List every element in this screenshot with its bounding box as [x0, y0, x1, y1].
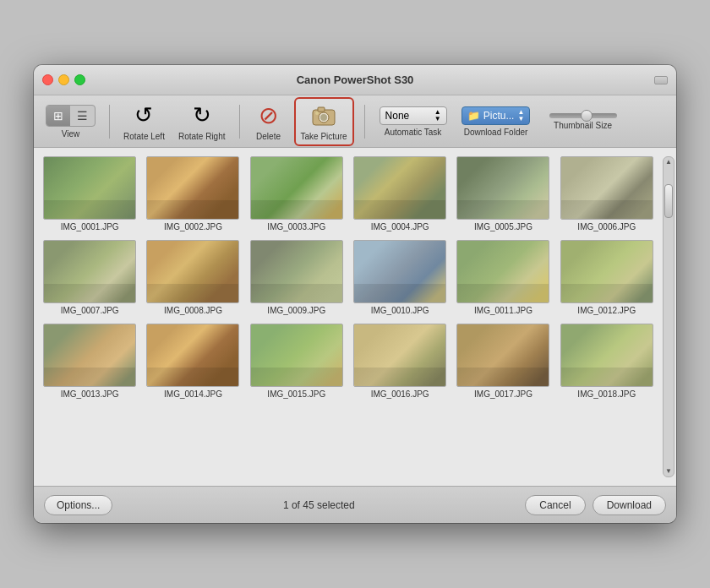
- rotate-right-button[interactable]: ↻ Rotate Right: [175, 101, 229, 143]
- scroll-thumb[interactable]: [664, 184, 673, 218]
- thumbnail-label: IMG_0009.JPG: [267, 306, 325, 315]
- list-item[interactable]: IMG_0001.JPG: [42, 156, 137, 231]
- thumbnail-label: IMG_0005.JPG: [474, 222, 532, 231]
- thumbnail-image: [250, 156, 343, 220]
- options-button[interactable]: Options...: [44, 495, 112, 515]
- list-item[interactable]: IMG_0008.JPG: [145, 240, 240, 315]
- list-item[interactable]: IMG_0015.JPG: [249, 324, 344, 399]
- svg-point-2: [320, 114, 327, 121]
- thumbnail-image: [456, 156, 549, 220]
- view-toggle[interactable]: ⊞ ☰: [46, 105, 96, 127]
- thumbnail-image: [250, 324, 343, 387]
- thumbnail-label: IMG_0013.JPG: [61, 389, 119, 399]
- camera-icon: [310, 102, 337, 129]
- scroll-up-arrow[interactable]: ▲: [664, 157, 674, 167]
- content-area: IMG_0001.JPGIMG_0002.JPGIMG_0003.JPGIMG_…: [34, 148, 676, 486]
- thumbnail-label: IMG_0010.JPG: [371, 306, 429, 315]
- thumbnail-label: IMG_0018.JPG: [577, 389, 636, 399]
- cancel-button[interactable]: Cancel: [525, 495, 585, 515]
- list-item[interactable]: IMG_0005.JPG: [456, 156, 550, 231]
- automatic-task-group: None ▲▼ Automatic Task: [375, 105, 451, 139]
- separator-2: [239, 105, 240, 139]
- automatic-task-label: Automatic Task: [385, 128, 442, 137]
- thumbnail-image: [353, 156, 446, 220]
- take-picture-button[interactable]: Take Picture: [298, 101, 351, 143]
- rotate-left-label: Rotate Left: [123, 132, 165, 141]
- list-item[interactable]: IMG_0018.JPG: [560, 324, 654, 399]
- traffic-lights: [42, 74, 85, 85]
- list-item[interactable]: IMG_0012.JPG: [560, 240, 654, 315]
- rotate-left-icon: ↺: [130, 102, 157, 129]
- thumbnail-image: [456, 324, 549, 387]
- statusbar: Options... 1 of 45 selected Cancel Downl…: [34, 486, 676, 523]
- thumbnail-label: IMG_0016.JPG: [371, 389, 429, 399]
- separator-3: [364, 105, 365, 139]
- list-item[interactable]: IMG_0002.JPG: [145, 156, 240, 231]
- thumbnail-image: [146, 324, 239, 387]
- list-item[interactable]: IMG_0011.JPG: [456, 240, 550, 315]
- folder-icon: 📁: [467, 110, 480, 122]
- thumbnail-size-label: Thumbnail Size: [554, 121, 612, 130]
- download-folder-select[interactable]: 📁 Pictu... ▲▼: [462, 106, 531, 125]
- rotate-left-button[interactable]: ↺ Rotate Left: [120, 101, 168, 143]
- thumbnail-label: IMG_0004.JPG: [371, 222, 429, 231]
- list-item[interactable]: IMG_0014.JPG: [145, 324, 240, 399]
- thumbnail-size-group: Thumbnail Size: [541, 112, 625, 132]
- folder-arrows-icon: ▲▼: [517, 109, 524, 122]
- delete-label: Delete: [256, 132, 281, 141]
- resize-handle[interactable]: [654, 76, 668, 84]
- automatic-task-select[interactable]: None ▲▼: [380, 106, 447, 125]
- minimize-button[interactable]: [58, 74, 69, 85]
- thumbnail-image: [43, 240, 136, 303]
- selection-status: 1 of 45 selected: [112, 499, 525, 511]
- list-item[interactable]: IMG_0013.JPG: [42, 324, 137, 399]
- delete-icon: ⊘: [255, 102, 282, 129]
- list-item[interactable]: IMG_0004.JPG: [352, 156, 447, 231]
- maximize-button[interactable]: [74, 74, 85, 85]
- download-folder-label: Download Folder: [464, 128, 528, 137]
- thumbnail-label: IMG_0003.JPG: [267, 222, 325, 231]
- list-item[interactable]: IMG_0003.JPG: [249, 156, 344, 231]
- thumbnail-size-slider[interactable]: [549, 113, 617, 118]
- download-button[interactable]: Download: [593, 495, 666, 515]
- grid-view-button[interactable]: ⊞: [46, 106, 70, 126]
- slider-track[interactable]: [549, 113, 617, 118]
- download-folder-group: 📁 Pictu... ▲▼ Download Folder: [458, 105, 534, 139]
- list-item[interactable]: IMG_0006.JPG: [560, 156, 654, 231]
- list-view-button[interactable]: ☰: [70, 106, 95, 126]
- automatic-task-value: None: [385, 110, 410, 122]
- thumbnail-image: [560, 240, 653, 303]
- thumbnail-image: [560, 324, 653, 387]
- delete-button[interactable]: ⊘ Delete: [250, 101, 287, 143]
- thumbnail-image: [456, 240, 549, 303]
- window-title: Canon PowerShot S30: [297, 74, 414, 86]
- thumbnails-grid: IMG_0001.JPGIMG_0002.JPGIMG_0003.JPGIMG_…: [42, 156, 668, 399]
- view-button[interactable]: ⊞ ☰ View: [42, 103, 99, 140]
- thumbnail-label: IMG_0006.JPG: [577, 222, 636, 231]
- list-item[interactable]: IMG_0010.JPG: [352, 240, 447, 315]
- toolbar: ⊞ ☰ View ↺ Rotate Left ↻ Rotate Right ⊘ …: [34, 95, 676, 148]
- close-button[interactable]: [42, 74, 53, 85]
- thumbnail-image: [43, 324, 136, 387]
- thumbnail-image: [146, 156, 239, 220]
- slider-thumb[interactable]: [581, 110, 593, 122]
- thumbnail-label: IMG_0012.JPG: [577, 306, 636, 315]
- thumbnail-image: [353, 240, 446, 303]
- thumbnail-image: [353, 324, 446, 387]
- list-item[interactable]: IMG_0016.JPG: [352, 324, 447, 399]
- list-item[interactable]: IMG_0007.JPG: [42, 240, 137, 315]
- main-window: Canon PowerShot S30 ⊞ ☰ View ↺ Rotate Le…: [34, 65, 676, 523]
- thumbnail-label: IMG_0017.JPG: [474, 389, 532, 399]
- list-item[interactable]: IMG_0017.JPG: [456, 324, 550, 399]
- view-label: View: [62, 129, 80, 139]
- thumbnail-label: IMG_0008.JPG: [164, 306, 222, 315]
- rotate-right-label: Rotate Right: [178, 132, 226, 141]
- thumbnail-label: IMG_0014.JPG: [164, 389, 222, 399]
- download-folder-value: Pictu...: [483, 110, 515, 122]
- scrollbar[interactable]: ▲ ▼: [663, 156, 674, 477]
- separator-1: [109, 105, 110, 139]
- thumbnail-label: IMG_0015.JPG: [267, 389, 325, 399]
- scroll-down-arrow[interactable]: ▼: [664, 466, 674, 476]
- thumbnail-image: [560, 156, 653, 220]
- list-item[interactable]: IMG_0009.JPG: [249, 240, 344, 315]
